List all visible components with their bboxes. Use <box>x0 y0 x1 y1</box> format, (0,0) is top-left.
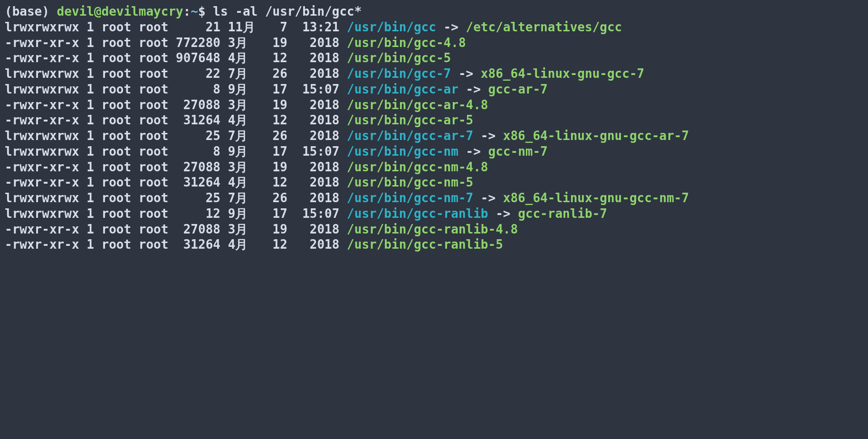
file-day: 19 <box>265 159 287 175</box>
file-day: 19 <box>265 35 287 51</box>
symlink-target: gcc-ranlib-7 <box>518 206 607 221</box>
file-time: 2018 <box>295 66 340 82</box>
file-perms: -rwxr-xr-x <box>5 222 79 236</box>
file-day: 17 <box>265 82 287 97</box>
file-links: 1 <box>86 51 94 65</box>
file-perms: lrwxrwxrwx <box>5 206 79 221</box>
file-perms: -rwxr-xr-x <box>5 113 79 127</box>
file-owner: root <box>102 66 132 81</box>
symlink-target: gcc-ar-7 <box>488 82 548 96</box>
file-perms: -rwxr-xr-x <box>5 98 79 112</box>
file-size: 12 <box>176 206 220 222</box>
file-owner: root <box>102 82 132 96</box>
file-day: 12 <box>265 175 287 190</box>
file-links: 1 <box>86 222 94 236</box>
symlink-arrow: -> <box>436 20 466 34</box>
file-links: 1 <box>86 160 94 174</box>
prompt-env: (base) <box>5 4 57 19</box>
file-group: root <box>139 129 169 143</box>
file-perms: lrwxrwxrwx <box>5 66 79 81</box>
file-size: 31264 <box>176 112 220 128</box>
file-name: /usr/bin/gcc <box>347 20 436 34</box>
file-name: /usr/bin/gcc-ar <box>347 82 458 96</box>
file-owner: root <box>102 160 132 174</box>
file-month: 3月 <box>228 35 265 51</box>
file-links: 1 <box>86 36 94 50</box>
file-group: root <box>139 66 169 81</box>
file-owner: root <box>102 113 132 127</box>
file-links: 1 <box>86 66 94 81</box>
symlink-arrow: -> <box>458 82 488 96</box>
file-listing: lrwxrwxrwx 1 root root 21 11月7 13:21 /us… <box>5 19 854 252</box>
symlink-target: gcc-nm-7 <box>488 144 548 159</box>
file-time: 2018 <box>295 128 340 144</box>
file-group: root <box>139 144 169 159</box>
file-time: 2018 <box>295 50 340 66</box>
file-perms: lrwxrwxrwx <box>5 129 79 143</box>
list-item: lrwxrwxrwx 1 root root 12 9月17 15:07 /us… <box>5 206 854 222</box>
prompt-colon: : <box>183 4 191 19</box>
file-name: /usr/bin/gcc-5 <box>347 51 451 65</box>
file-group: root <box>139 237 169 252</box>
file-month: 9月 <box>228 82 265 97</box>
file-links: 1 <box>86 129 94 143</box>
file-time: 2018 <box>295 97 340 113</box>
file-name: /usr/bin/gcc-4.8 <box>347 36 466 50</box>
file-owner: root <box>102 20 132 34</box>
file-name: /usr/bin/gcc-ar-5 <box>347 113 473 127</box>
list-item: -rwxr-xr-x 1 root root 31264 4月12 2018 /… <box>5 237 854 252</box>
file-day: 26 <box>265 128 287 144</box>
symlink-target: x86_64-linux-gnu-gcc-7 <box>481 66 644 81</box>
symlink-target: x86_64-linux-gnu-gcc-nm-7 <box>503 191 689 205</box>
file-day: 12 <box>265 112 287 128</box>
file-size: 27088 <box>176 222 220 237</box>
list-item: -rwxr-xr-x 1 root root 27088 3月19 2018 /… <box>5 159 854 175</box>
file-group: root <box>139 36 169 50</box>
symlink-target: /etc/alternatives/gcc <box>466 20 622 34</box>
file-perms: -rwxr-xr-x <box>5 237 79 252</box>
prompt-command: ls -al /usr/bin/gcc* <box>213 4 362 19</box>
list-item: -rwxr-xr-x 1 root root 772280 3月19 2018 … <box>5 35 854 51</box>
file-size: 772280 <box>176 35 220 51</box>
file-owner: root <box>102 36 132 50</box>
file-links: 1 <box>86 237 94 252</box>
file-time: 15:07 <box>295 206 340 222</box>
list-item: -rwxr-xr-x 1 root root 27088 3月19 2018 /… <box>5 222 854 237</box>
list-item: lrwxrwxrwx 1 root root 25 7月26 2018 /usr… <box>5 128 854 144</box>
file-month: 9月 <box>228 206 265 222</box>
prompt-cwd: ~ <box>191 4 198 19</box>
file-links: 1 <box>86 206 94 221</box>
file-day: 7 <box>265 19 287 35</box>
file-time: 15:07 <box>295 144 340 159</box>
file-owner: root <box>102 98 132 112</box>
file-name: /usr/bin/gcc-ranlib-5 <box>347 237 503 252</box>
file-name: /usr/bin/gcc-ar-7 <box>347 129 473 143</box>
file-month: 3月 <box>228 159 265 175</box>
file-name: /usr/bin/gcc-ar-4.8 <box>347 98 488 112</box>
file-group: root <box>139 160 169 174</box>
file-month: 3月 <box>228 97 265 113</box>
file-day: 12 <box>265 50 287 66</box>
file-day: 17 <box>265 144 287 159</box>
file-owner: root <box>102 206 132 221</box>
list-item: -rwxr-xr-x 1 root root 27088 3月19 2018 /… <box>5 97 854 113</box>
terminal[interactable]: (base) devil@devilmaycry:~$ ls -al /usr/… <box>0 0 858 252</box>
file-perms: -rwxr-xr-x <box>5 175 79 189</box>
file-name: /usr/bin/gcc-ranlib <box>347 206 488 221</box>
file-time: 2018 <box>295 237 340 252</box>
file-day: 26 <box>265 190 287 206</box>
file-month: 9月 <box>228 144 265 159</box>
file-month: 4月 <box>228 112 265 128</box>
symlink-arrow: -> <box>458 144 488 159</box>
list-item: lrwxrwxrwx 1 root root 22 7月26 2018 /usr… <box>5 66 854 82</box>
file-group: root <box>139 51 169 65</box>
file-size: 31264 <box>176 175 220 190</box>
file-name: /usr/bin/gcc-nm <box>347 144 458 159</box>
prompt-user-host: devil@devilmaycry <box>57 4 183 19</box>
file-owner: root <box>102 129 132 143</box>
file-group: root <box>139 175 169 189</box>
file-size: 907648 <box>176 50 220 66</box>
file-links: 1 <box>86 144 94 159</box>
file-day: 19 <box>265 97 287 113</box>
file-month: 4月 <box>228 175 265 190</box>
